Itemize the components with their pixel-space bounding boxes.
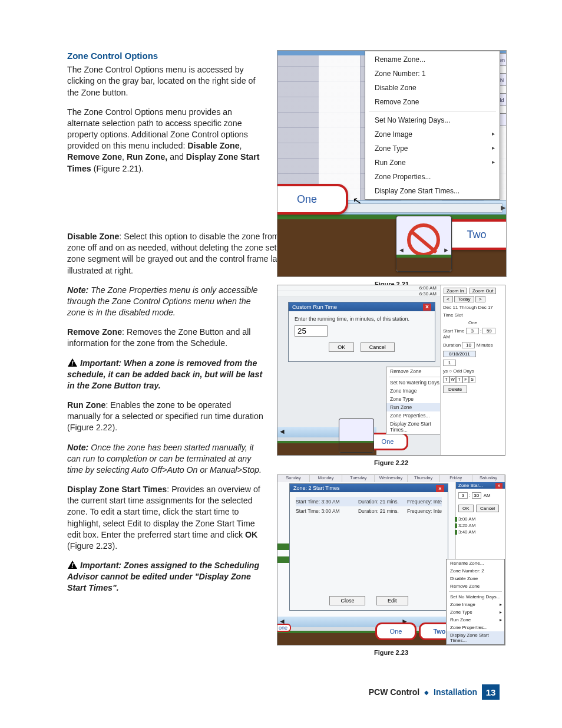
- figure-2-23: SundayMondayTuesdayWednesdayThursdayFrid…: [277, 475, 505, 645]
- zone-context-menu[interactable]: Rename Zone... Zone Number: 1 Disable Zo…: [365, 51, 500, 200]
- zone-context-menu[interactable]: Rename Zone... Zone Number: 2 Disable Zo…: [446, 559, 505, 645]
- svg-text:!: !: [71, 360, 74, 367]
- zone-thumbnail-disabled: ◄ ►: [396, 216, 452, 272]
- delete-button[interactable]: Delete: [443, 386, 467, 393]
- menu-remove-zone[interactable]: Remove Zone: [447, 582, 504, 590]
- drop-icon: ◆: [424, 689, 429, 696]
- start-time-row[interactable]: Start Time: 3:00 AMDuration: 21 mins.Fre…: [296, 506, 442, 516]
- even-odd-label[interactable]: ys ○ Odd Days: [443, 368, 503, 374]
- menu-disable-zone[interactable]: Disable Zone: [447, 575, 504, 582]
- next-button[interactable]: >: [475, 296, 485, 302]
- zone-button-partial[interactable]: one: [277, 624, 291, 632]
- cancel-button[interactable]: Cancel: [361, 342, 395, 352]
- menu-zone-type[interactable]: Zone Type: [365, 141, 500, 156]
- menu-separator: [369, 111, 496, 111]
- start-time-row[interactable]: Start Time: 3:30 AMDuration: 21 mins.Fre…: [296, 497, 442, 506]
- figure-2-23-caption: Figure 2.23: [277, 649, 505, 656]
- close-icon[interactable]: ×: [436, 485, 444, 492]
- close-icon[interactable]: ×: [423, 304, 431, 311]
- important-start-times: ! Important: Zones assigned to the Sched…: [67, 560, 266, 594]
- figure-2-22: 6:00 AM 6:30 AM ◄► One Custom Run Time× …: [277, 285, 505, 456]
- menu-zone-type[interactable]: Zone Type: [447, 608, 504, 616]
- dialog-prompt: Enter the running time, in minutes, of t…: [295, 316, 429, 322]
- day-buttons[interactable]: TWTFS: [443, 376, 503, 383]
- para-display-start-times: Display Zone Start Times: Provides an ov…: [67, 484, 266, 552]
- menu-run-zone[interactable]: Run Zone: [447, 616, 504, 624]
- time-column: 6:00 AM 6:30 AM: [277, 285, 441, 297]
- zone-button-one[interactable]: One: [375, 622, 416, 640]
- page-number: 13: [482, 684, 500, 700]
- edit-button[interactable]: Edit: [376, 596, 408, 605]
- section-heading: Zone Control Options: [67, 50, 266, 62]
- menu-no-watering-days[interactable]: Set No Watering Days...: [365, 113, 500, 127]
- close-button[interactable]: Close: [329, 596, 365, 605]
- time-bar: 3:40 AM: [458, 529, 503, 535]
- date-input[interactable]: [443, 351, 476, 357]
- figure-2-21: 4:30 AM en N ld Fo Rename Zone... Zone N…: [277, 50, 507, 277]
- menu-zone-number[interactable]: Zone Number: 1: [365, 67, 500, 81]
- figure-2-22-caption: Figure 2.22: [277, 459, 505, 466]
- dialog-title-bar[interactable]: Custom Run Time×: [289, 302, 435, 311]
- zone-button-one[interactable]: One: [277, 184, 348, 215]
- ok-button[interactable]: OK: [458, 505, 474, 512]
- day-header: SundayMondayTuesdayWednesdayThursdayFrid…: [277, 475, 505, 482]
- footer-product: PCW Control: [369, 687, 419, 697]
- svg-text:!: !: [71, 562, 74, 569]
- close-icon[interactable]: ×: [495, 483, 503, 489]
- menu-zone-image[interactable]: Zone Image: [447, 601, 504, 608]
- thumb-right-icon[interactable]: ►: [443, 246, 449, 253]
- time-bar: 3:00 AM: [458, 516, 503, 522]
- minute-input[interactable]: [472, 492, 481, 499]
- menu-zone-properties[interactable]: Zone Properties...: [447, 624, 504, 631]
- thumb-left-icon[interactable]: ◄: [398, 246, 405, 253]
- duration-input[interactable]: [462, 342, 475, 348]
- zone-start-times-dialog: Zone: 2 Start Times× Start Time: 3:30 AM…: [289, 483, 448, 611]
- start-min-input[interactable]: [482, 328, 495, 334]
- dialog-title-bar[interactable]: Zone: 2 Start Times×: [290, 484, 448, 492]
- menu-zone-properties[interactable]: Zone Properties...: [365, 170, 500, 184]
- para-remove-zone: Remove Zone: Removes the Zone Button and…: [67, 327, 266, 349]
- prev-button[interactable]: <: [443, 296, 453, 302]
- ok-button[interactable]: OK: [329, 342, 354, 352]
- today-button[interactable]: Today: [454, 296, 474, 302]
- cancel-button[interactable]: Cancel: [476, 505, 499, 512]
- no-operation-icon: [407, 223, 440, 256]
- important-remove-zone: ! Important: When a zone is removed from…: [67, 358, 266, 392]
- menu-rename-zone[interactable]: Rename Zone...: [447, 559, 504, 567]
- time-bar: 3:20 AM: [458, 522, 503, 529]
- time-slot-panel: Zoom In Zoom Out < Today > Dec 11 Throug…: [440, 285, 505, 455]
- panel-title[interactable]: Zone Star...×: [456, 482, 505, 489]
- footer-section: Installation: [434, 687, 477, 697]
- menu-disable-zone[interactable]: Disable Zone: [365, 81, 500, 95]
- page-footer: PCW Control ◆ Installation 13: [369, 684, 500, 700]
- warning-icon: !: [67, 358, 78, 367]
- zone-thumbnail: [339, 419, 374, 453]
- menu-run-zone[interactable]: Run Zone: [365, 156, 500, 170]
- frequency-input[interactable]: [443, 360, 456, 366]
- scroll-left-icon[interactable]: ◄: [279, 427, 286, 436]
- minutes-input[interactable]: [295, 325, 328, 337]
- menu-remove-zone[interactable]: Remove Zone: [365, 95, 500, 109]
- note-zone-properties: Note: The Zone Properties menu is only a…: [67, 285, 266, 319]
- menu-no-watering-days[interactable]: Set No Watering Days...: [447, 593, 504, 601]
- zoom-out-button[interactable]: Zoom Out: [470, 288, 497, 294]
- scroll-right-icon[interactable]: ►: [499, 203, 507, 212]
- menu-display-start-times[interactable]: Display Zone Start Times...: [365, 184, 500, 198]
- para-intro-1: The Zone Control Options menu is accesse…: [67, 64, 266, 98]
- time-slot-label: Time Slot: [443, 312, 503, 318]
- hour-input[interactable]: [458, 492, 468, 499]
- zone-name-label: One: [443, 320, 503, 325]
- menu-rename-zone[interactable]: Rename Zone...: [365, 52, 500, 67]
- menu-zone-image[interactable]: Zone Image: [365, 127, 500, 141]
- para-intro-2: The Zone Control Options menu provides a…: [67, 107, 266, 174]
- date-range-label: Dec 11 Through Dec 17: [443, 305, 503, 310]
- warning-icon: !: [67, 560, 78, 569]
- note-run-zone: Note: Once the zone has been started man…: [67, 442, 266, 476]
- zoom-in-button[interactable]: Zoom In: [444, 288, 467, 294]
- start-hour-input[interactable]: [466, 328, 479, 334]
- menu-display-start-times[interactable]: Display Zone Start Times...: [447, 631, 504, 644]
- menu-zone-number[interactable]: Zone Number: 2: [447, 567, 504, 575]
- para-run-zone: Run Zone: Enables the zone to be operate…: [67, 400, 266, 434]
- custom-run-time-dialog: Custom Run Time× Enter the running time,…: [288, 302, 435, 362]
